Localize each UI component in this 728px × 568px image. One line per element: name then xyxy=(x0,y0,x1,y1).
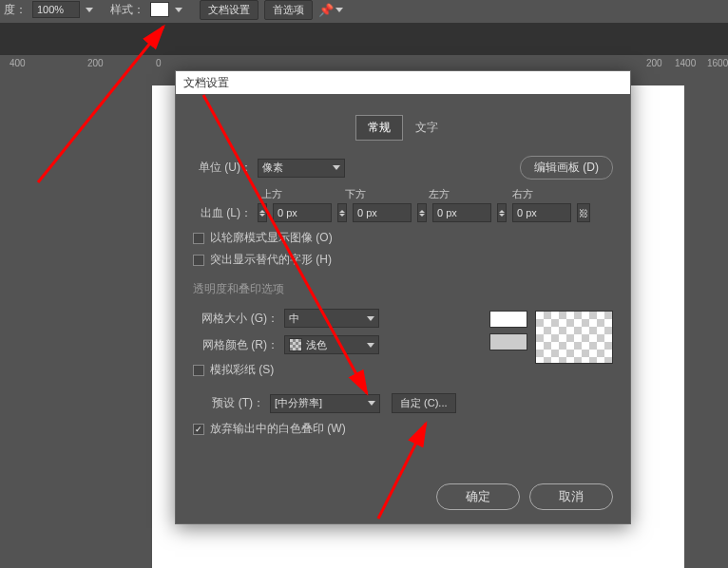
bleed-right-input[interactable] xyxy=(512,203,571,222)
unit-select[interactable]: 像素 xyxy=(258,159,345,178)
ruler-tick: 0 xyxy=(156,58,162,68)
grid-color-dark-swatch[interactable] xyxy=(489,333,527,350)
bleed-col-right: 右方 xyxy=(512,187,586,201)
transparency-grid-preview xyxy=(535,311,613,364)
opacity-label: 度： xyxy=(4,2,27,18)
bleed-right-spinner[interactable] xyxy=(497,203,507,222)
discard-white-label: 放弃输出中的白色叠印 (W) xyxy=(210,421,346,437)
chevron-down-icon[interactable] xyxy=(175,8,182,12)
preset-select[interactable]: [中分辨率] xyxy=(270,394,380,413)
chevron-down-icon xyxy=(333,165,340,170)
bleed-col-top: 上方 xyxy=(261,187,335,201)
discard-white-checkbox[interactable]: ✓ xyxy=(193,424,204,435)
ruler-tick: 1600 xyxy=(707,58,728,68)
pin-icon[interactable]: 📌 xyxy=(318,3,343,17)
ruler-tick: 400 xyxy=(10,58,26,68)
ok-button[interactable]: 确定 xyxy=(436,483,520,510)
bleed-top-spinner[interactable] xyxy=(258,203,267,222)
custom-button[interactable]: 自定 (C)... xyxy=(392,393,456,413)
grid-color-value: 浅色 xyxy=(306,338,327,352)
style-label: 样式： xyxy=(110,2,144,18)
tab-text[interactable]: 文字 xyxy=(403,115,450,141)
bleed-col-bottom: 下方 xyxy=(345,187,419,201)
chevron-down-icon[interactable] xyxy=(86,8,93,12)
section-transparency: 透明度和叠印选项 xyxy=(193,281,613,297)
bleed-label: 出血 (L)： xyxy=(193,205,252,221)
unit-label: 单位 (U)： xyxy=(193,160,252,176)
options-bar: 度： 样式： 文档设置 首选项 📌 xyxy=(0,0,728,19)
bleed-bottom-input[interactable] xyxy=(353,203,412,222)
edit-artboards-button[interactable]: 编辑画板 (D) xyxy=(520,156,613,180)
grid-color-label: 网格颜色 (R)： xyxy=(193,337,278,353)
grid-size-label: 网格大小 (G)： xyxy=(193,311,278,327)
outline-mode-checkbox[interactable] xyxy=(193,233,204,244)
bleed-bottom-spinner[interactable] xyxy=(337,203,347,222)
ruler-tick: 1400 xyxy=(675,58,696,68)
style-swatch[interactable] xyxy=(150,2,169,17)
outline-mode-label: 以轮廓模式显示图像 (O) xyxy=(210,230,333,246)
document-setup-button[interactable]: 文档设置 xyxy=(200,0,259,20)
grid-size-value: 中 xyxy=(289,312,299,326)
bleed-top-input[interactable] xyxy=(273,203,332,222)
simulate-paper-label: 模拟彩纸 (S) xyxy=(210,362,274,378)
bleed-left-input[interactable] xyxy=(432,203,491,222)
preset-label: 预设 (T)： xyxy=(193,395,264,411)
grid-color-light-swatch[interactable] xyxy=(489,311,527,328)
alt-glyph-label: 突出显示替代的字形 (H) xyxy=(210,252,332,268)
ruler-tick: 200 xyxy=(87,58,104,68)
grid-color-select[interactable]: 浅色 xyxy=(284,335,379,354)
panel-divider xyxy=(0,23,728,55)
chevron-down-icon xyxy=(368,401,375,406)
document-setup-dialog: 文档设置 常规 文字 单位 (U)： 像素 编辑画板 (D) 上方 下方 左方 … xyxy=(175,70,631,524)
tab-general[interactable]: 常规 xyxy=(355,115,403,141)
unit-value: 像素 xyxy=(262,161,283,175)
dialog-tabs: 常规 文字 xyxy=(193,115,613,141)
preferences-button[interactable]: 首选项 xyxy=(264,0,313,20)
simulate-paper-checkbox[interactable] xyxy=(193,365,204,376)
checker-icon xyxy=(289,338,302,351)
cancel-button[interactable]: 取消 xyxy=(529,483,613,510)
link-bleed-icon[interactable]: ⛓ xyxy=(577,203,590,222)
chevron-down-icon xyxy=(367,316,374,321)
bleed-col-left: 左方 xyxy=(429,187,503,201)
preset-value: [中分辨率] xyxy=(275,396,322,410)
bleed-left-spinner[interactable] xyxy=(417,203,427,222)
dialog-title: 文档设置 xyxy=(176,71,630,94)
opacity-input[interactable] xyxy=(32,1,80,18)
chevron-down-icon xyxy=(367,343,374,348)
grid-size-select[interactable]: 中 xyxy=(284,309,379,328)
alt-glyph-checkbox[interactable] xyxy=(193,255,204,266)
ruler-tick: 200 xyxy=(646,58,662,68)
